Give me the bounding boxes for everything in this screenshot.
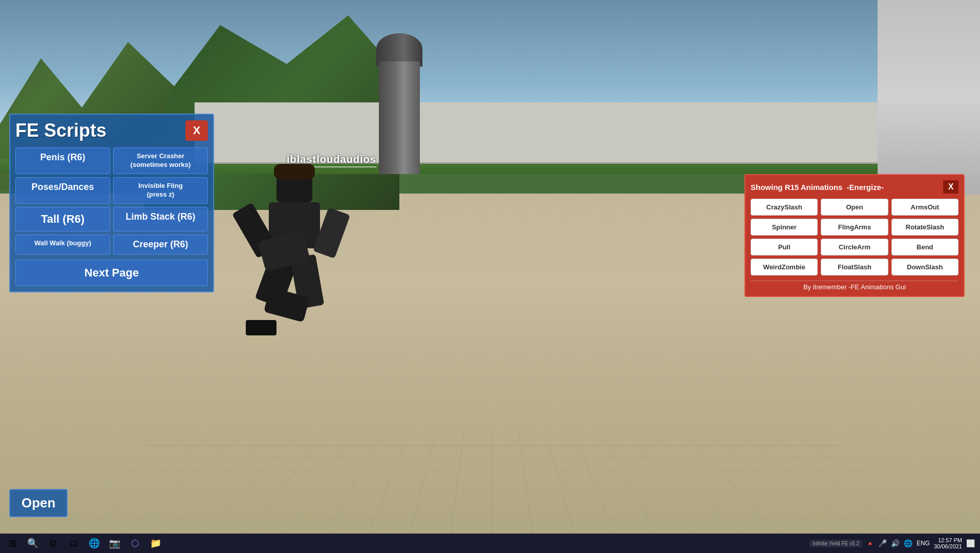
- search-button[interactable]: 🔍: [24, 534, 42, 552]
- anim-header-text: Showing R15 Animations -Energize-: [751, 183, 884, 192]
- camera-button[interactable]: 📷: [105, 534, 124, 552]
- anim-btn-downslash[interactable]: DownSlash: [891, 259, 958, 275]
- floor-tiles: [0, 426, 980, 534]
- next-page-button[interactable]: Next Page: [15, 260, 208, 286]
- discord-button[interactable]: ⬡: [126, 534, 144, 552]
- anim-btn-circlearm[interactable]: CircleArm: [821, 239, 888, 256]
- anim-footer: By iIremember -FE Animations Gui: [751, 281, 958, 291]
- start-button[interactable]: ⊞: [3, 534, 22, 552]
- anim-btn-open[interactable]: Open: [821, 199, 888, 216]
- fe-btn-tall[interactable]: Tall (R6): [15, 207, 110, 231]
- animations-panel: Showing R15 Animations -Energize- X Craz…: [744, 174, 965, 297]
- fe-btn-poses[interactable]: Poses/Dances: [15, 177, 110, 204]
- anim-btn-bend[interactable]: Bend: [891, 239, 958, 256]
- anim-panel-header: Showing R15 Animations -Energize- X: [751, 180, 958, 194]
- anim-btn-crazyslash[interactable]: CrazySlash: [751, 199, 818, 216]
- fe-btn-creeper[interactable]: Creeper (R6): [113, 235, 208, 254]
- fe-panel-header: FE Scripts X: [15, 120, 208, 141]
- tray-time: 12:57 PM: [938, 537, 962, 543]
- anim-btn-armsout[interactable]: ArmsOut: [891, 199, 958, 216]
- network-icon[interactable]: 🌐: [904, 539, 912, 547]
- fe-btn-limb-stack[interactable]: Limb Stack (R6): [113, 207, 208, 231]
- open-button[interactable]: Open: [9, 489, 68, 517]
- tray-expand[interactable]: 🔺: [866, 540, 874, 547]
- language-label[interactable]: ENG: [917, 540, 930, 547]
- fe-btn-invisible-fling[interactable]: Invisible Fling(press z): [113, 177, 208, 204]
- taskview-button[interactable]: ⧉: [44, 534, 62, 552]
- fe-btn-wall-walk[interactable]: Wall Walk (buggy): [15, 235, 110, 254]
- fe-buttons-grid: Penis (R6) Server Crasher(sometimes work…: [15, 147, 208, 286]
- browser-button[interactable]: 🌐: [85, 534, 103, 552]
- mic-icon: 🎤: [878, 539, 887, 547]
- anim-btn-rotateslash[interactable]: RotateSlash: [891, 219, 958, 236]
- character: [236, 169, 369, 353]
- fe-panel-title: FE Scripts: [15, 120, 106, 141]
- iy-badge: Infinite Yield FE v5.2: [809, 540, 862, 547]
- volume-icon[interactable]: 🔊: [891, 539, 900, 547]
- tower-body: [379, 61, 420, 174]
- folder-button[interactable]: 📁: [146, 534, 165, 552]
- fe-scripts-panel: FE Scripts X Penis (R6) Server Crasher(s…: [9, 114, 214, 292]
- anim-btn-weirdzombie[interactable]: WeirdZombie: [751, 259, 818, 275]
- notification-icon[interactable]: ⬜: [966, 539, 975, 547]
- anim-btn-floatslash[interactable]: FloatSlash: [821, 259, 888, 275]
- anim-btn-flingarms[interactable]: FlingArms: [821, 219, 888, 236]
- tower: [379, 31, 420, 174]
- tray-datetime: 12:57 PM 30/06/2021: [934, 537, 962, 549]
- anim-close-button[interactable]: X: [943, 180, 958, 194]
- anim-btn-spinner[interactable]: Spinner: [751, 219, 818, 236]
- anim-btn-pull[interactable]: Pull: [751, 239, 818, 256]
- fe-btn-penis[interactable]: Penis (R6): [15, 147, 110, 174]
- tray-date: 30/06/2021: [934, 543, 962, 549]
- anim-showing-label: Showing R15 Animations: [751, 183, 842, 192]
- fe-close-button[interactable]: X: [185, 120, 208, 141]
- fe-btn-server-crasher[interactable]: Server Crasher(sometimes works): [113, 147, 208, 174]
- right-wall: [878, 0, 980, 195]
- anim-buttons-grid: CrazySlash Open ArmsOut Spinner FlingArm…: [751, 199, 958, 275]
- anim-name-label: -Energize-: [846, 183, 884, 192]
- system-tray: Infinite Yield FE v5.2 🔺 🎤 🔊 🌐 ENG 12:57…: [804, 534, 980, 553]
- explorer-button[interactable]: 🗂: [65, 534, 83, 552]
